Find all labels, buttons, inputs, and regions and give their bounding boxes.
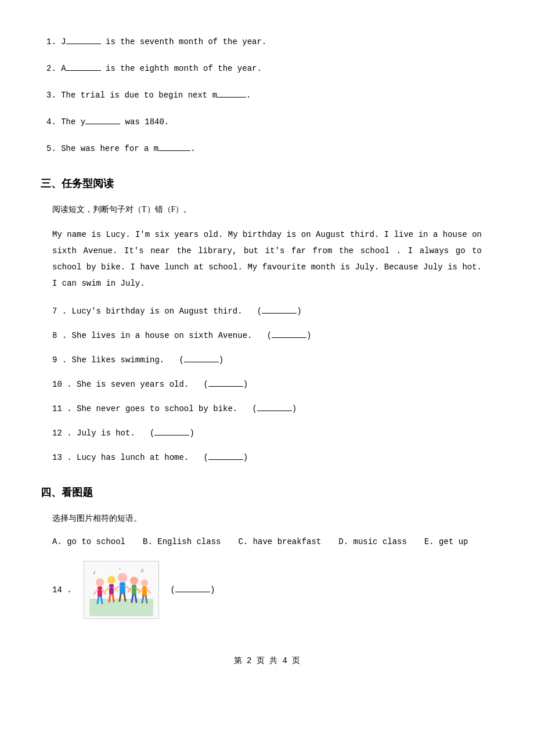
blank-7 (262, 313, 297, 314)
svg-line-32 (142, 596, 143, 603)
blank-10 (208, 386, 243, 387)
tf-11: 11 . She never goes to school by bike. (… (41, 401, 493, 417)
svg-rect-23 (132, 585, 136, 595)
blank-12 (154, 435, 189, 435)
blank-1 (66, 44, 101, 44)
svg-rect-29 (142, 586, 147, 596)
section4-intro: 选择与图片相符的短语。 (52, 511, 493, 525)
svg-point-22 (130, 577, 138, 585)
svg-rect-0 (89, 599, 153, 616)
question-5: 5. She was here for a m. (41, 141, 493, 157)
section3-title: 三、任务型阅读 (41, 174, 493, 193)
blank-9 (184, 362, 219, 362)
options-row: A. go to school B. English class C. have… (52, 535, 493, 549)
svg-line-19 (125, 586, 130, 589)
svg-line-18 (115, 586, 120, 589)
blank-2 (66, 70, 101, 71)
option-C: C. have breakfast (238, 535, 321, 549)
svg-text:♫: ♫ (140, 568, 143, 574)
svg-rect-17 (120, 582, 125, 594)
blank-8 (272, 337, 306, 338)
svg-line-21 (124, 594, 125, 601)
svg-line-8 (98, 597, 99, 603)
blank-14 (175, 592, 210, 592)
page-footer: 第 2 页 共 4 页 (41, 654, 493, 668)
fill-in-section: 1. J is the seventh month of the year. 2… (41, 34, 493, 157)
picture-box-14: ♪ ♫ ♪ (84, 561, 159, 619)
svg-rect-11 (109, 584, 114, 595)
question-2: 2. A is the eighth month of the year. (41, 60, 493, 77)
option-D: D. music class (338, 535, 407, 549)
section3-intro: 阅读短文，判断句子对（T）错（F）。 (52, 202, 493, 217)
svg-line-33 (146, 596, 147, 603)
svg-line-31 (147, 589, 150, 593)
blank-11 (257, 411, 292, 411)
svg-line-15 (113, 595, 114, 602)
svg-line-27 (135, 595, 136, 602)
blank-13 (208, 459, 243, 460)
picture-item-14: 14 . ♪ ♫ ♪ (41, 561, 493, 619)
svg-rect-5 (98, 586, 102, 597)
option-A: A. go to school (52, 535, 125, 549)
tf-8: 8 . She lives in a house on sixth Avenue… (41, 327, 493, 344)
question-4: 4. The y was 1840. (41, 114, 493, 130)
svg-line-12 (106, 588, 109, 591)
q14-number: 14 . (52, 583, 72, 597)
passage-text: My name is Lucy. I'm six years old. My b… (52, 226, 482, 291)
blank-3 (217, 97, 246, 98)
svg-line-20 (120, 594, 121, 601)
svg-text:♪: ♪ (92, 570, 96, 576)
tf-10: 10 . She is seven years old. () (41, 376, 493, 393)
svg-point-28 (141, 579, 148, 586)
tf-7: 7 . Lucy's birthday is on August third. … (41, 303, 493, 319)
tf-13: 13 . Lucy has lunch at home. () (41, 449, 493, 466)
svg-line-26 (132, 595, 133, 602)
option-B: B. English class (143, 535, 221, 549)
q14-blank-wrapper: () (171, 583, 215, 597)
blank-4 (85, 124, 120, 124)
tf-9: 9 . She likes swimming. () (41, 352, 493, 368)
cartoon-svg: ♪ ♫ ♪ (89, 564, 153, 616)
tf-12: 12 . July is hot. () (41, 425, 493, 441)
svg-line-6 (94, 590, 98, 594)
blank-5 (158, 150, 190, 151)
svg-point-4 (96, 578, 104, 586)
section4-title: 四、看图题 (41, 483, 493, 502)
svg-text:♪: ♪ (118, 566, 121, 571)
question-3: 3. The trial is due to begin next m. (41, 87, 493, 103)
option-E: E. get up (424, 535, 468, 549)
svg-point-16 (118, 573, 127, 582)
question-1: 1. J is the seventh month of the year. (41, 34, 493, 50)
svg-point-10 (107, 576, 116, 584)
tf-section: 7 . Lucy's birthday is on August third. … (41, 303, 493, 466)
svg-line-14 (109, 595, 110, 602)
svg-line-9 (101, 597, 102, 603)
footer-text: 第 2 页 共 4 页 (234, 656, 301, 665)
